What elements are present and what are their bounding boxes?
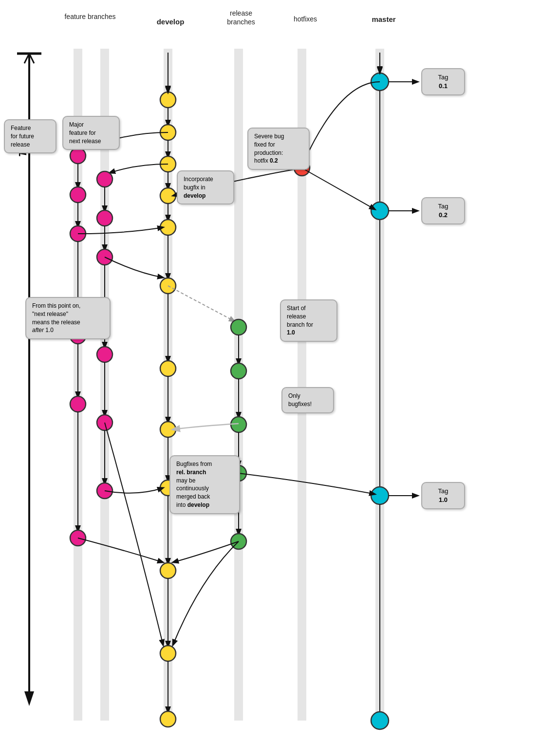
svg-point-42 [160,711,176,727]
start-release-text: Start ofreleasebranch for1.0 [287,305,313,336]
svg-point-32 [160,361,176,376]
tag-01-label: Tag0.1 [438,74,448,90]
tag-01-box: Tag0.1 [421,68,465,95]
svg-point-14 [371,202,389,220]
master-label: master [364,15,403,24]
only-bugfixes-box: Onlybugfixes! [281,387,334,413]
release-branches-label: releasebranches [214,9,268,26]
svg-point-18 [371,712,389,729]
major-feature-text: Majorfeature fornext release [69,121,101,145]
feature-branches-label: feature branches [63,12,117,21]
bugfixes-from-box: Bugfixes fromrel. branchmay becontinuous… [169,455,240,514]
severe-bug-text: Severe bugfixed forproduction:hotfix 0.2 [254,133,284,164]
svg-point-16 [371,487,389,504]
svg-point-67 [231,319,246,335]
svg-point-38 [160,563,176,578]
only-bugfixes-text: Onlybugfixes! [288,392,312,408]
from-this-point-text: From this point on,"next release"means t… [32,302,80,334]
severe-bug-box: Severe bugfixed forproduction:hotfix 0.2 [247,128,310,170]
tag-02-label: Tag0.2 [438,203,448,219]
svg-point-45 [70,187,86,203]
svg-point-51 [70,396,86,412]
incorporate-bugfix-text: Incorporatebugfix indevelop [184,176,213,199]
svg-point-60 [97,347,112,362]
major-feature-box: Majorfeature fornext release [62,116,120,150]
tag-10-box: Tag1.0 [421,482,465,509]
feature-future-box: Featurefor futurerelease [4,119,56,153]
incorporate-bugfix-box: Incorporatebugfix indevelop [177,170,234,204]
svg-point-43 [70,148,86,164]
svg-point-40 [160,646,176,661]
svg-point-56 [97,210,112,226]
bugfixes-from-text: Bugfixes fromrel. branchmay becontinuous… [176,461,212,508]
start-release-box: Start ofreleasebranch for1.0 [280,299,337,342]
hotfixes-label: hotfixes [283,15,327,23]
svg-point-69 [231,363,246,379]
tag-02-box: Tag0.2 [421,197,465,224]
from-this-point-box: From this point on,"next release"means t… [25,297,111,339]
feature-future-text: Featurefor futurerelease [11,125,34,148]
svg-point-54 [97,171,112,187]
svg-point-71 [231,417,246,432]
develop-label: develop [149,17,192,27]
svg-point-20 [160,92,176,108]
svg-marker-9 [24,691,34,706]
svg-line-66 [168,286,235,321]
tag-10-label: Tag1.0 [438,487,448,503]
